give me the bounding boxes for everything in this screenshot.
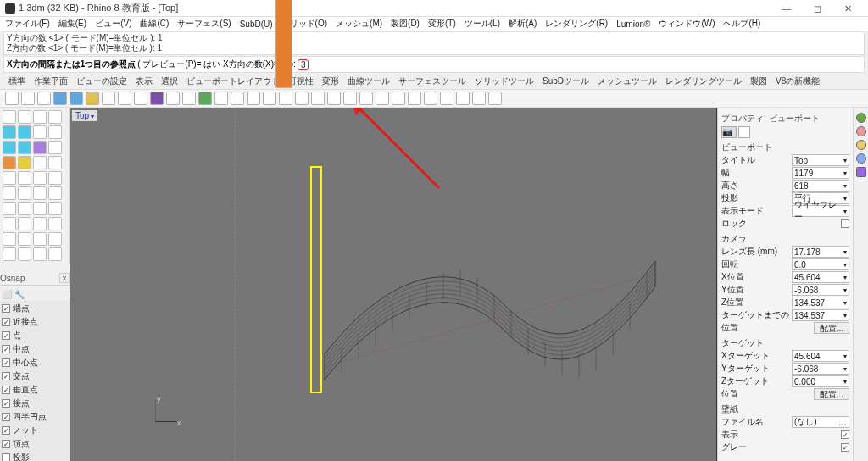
viewport-label[interactable]: Top▾ [72, 110, 97, 121]
osnap-checkbox[interactable] [2, 453, 10, 461]
toolbar-button[interactable] [392, 92, 405, 105]
tool-tabs[interactable]: 標準作業平面ビューの設定表示選択ビューポートレイアウト可視性変形曲線ツールサーフ… [0, 74, 868, 89]
tool-button[interactable] [48, 125, 62, 139]
osnap-checkbox[interactable]: ✓ [2, 386, 10, 394]
osnap-checkbox[interactable]: ✓ [2, 426, 10, 435]
tab[interactable]: 可視性 [285, 75, 317, 88]
menu-item[interactable]: Lumion® [616, 19, 650, 29]
toolbar-button[interactable] [53, 92, 67, 105]
tgt-prop[interactable]: 45.604▾ [792, 350, 849, 362]
tool-button[interactable] [18, 125, 31, 139]
menu-item[interactable]: ツール(L) [465, 18, 500, 30]
toolbar-button[interactable] [118, 92, 131, 105]
tool-button[interactable] [18, 171, 31, 185]
tool-button[interactable] [3, 141, 16, 154]
material-icon[interactable] [738, 126, 750, 138]
right-sidebar[interactable] [853, 108, 868, 461]
tool-button[interactable] [3, 110, 16, 124]
tool-button[interactable] [48, 171, 62, 185]
position-button[interactable]: 配置... [814, 322, 849, 334]
toolbar-button[interactable] [134, 92, 147, 105]
toolbar-button[interactable] [70, 92, 83, 105]
menu-item[interactable]: ファイル(F) [5, 18, 50, 30]
menu-item[interactable]: ソリッド(O) [281, 18, 327, 30]
toolbar-button[interactable] [166, 92, 180, 105]
close-button[interactable]: ✕ [832, 1, 863, 16]
menu-item[interactable]: 解析(A) [509, 18, 537, 30]
toolbar-button[interactable] [408, 92, 421, 105]
toolbar-button[interactable] [214, 92, 228, 105]
toolbar-button[interactable] [263, 92, 276, 105]
tool-button[interactable] [18, 232, 31, 246]
cam-prop[interactable]: 0.0▾ [792, 258, 849, 270]
tool-button[interactable] [48, 110, 62, 124]
toolbar-button[interactable] [86, 92, 99, 105]
tool-button[interactable] [3, 125, 16, 139]
tab[interactable]: SubDツール [539, 75, 593, 88]
tool-button[interactable] [18, 202, 31, 215]
tool-button[interactable] [18, 217, 31, 230]
library-icon[interactable] [856, 153, 866, 164]
maximize-button[interactable]: ◻ [802, 1, 832, 16]
lock-checkbox[interactable] [841, 219, 849, 228]
osnap-close[interactable]: x [59, 273, 70, 283]
menu-item[interactable]: ビュー(V) [95, 18, 131, 30]
menu-item[interactable]: 変形(T) [428, 18, 456, 30]
toolbar-button[interactable] [311, 92, 325, 105]
gray-checkbox[interactable]: ✓ [841, 443, 849, 452]
toolbar-button[interactable] [247, 92, 260, 105]
tool-button[interactable] [33, 156, 47, 169]
tool-button[interactable] [33, 171, 47, 185]
menu-item[interactable]: 編集(E) [58, 18, 86, 30]
vp-prop[interactable]: ワイヤフレー▾ [792, 205, 849, 217]
cam-prop[interactable]: 134.537▾ [792, 309, 849, 321]
toolbar-button[interactable] [424, 92, 437, 105]
tool-button[interactable] [48, 247, 62, 261]
tab[interactable]: レンダリングツール [662, 75, 745, 88]
minimize-button[interactable]: — [771, 1, 802, 16]
tool-button[interactable] [48, 217, 62, 230]
toolbar-button[interactable] [182, 92, 196, 105]
toolbar-button[interactable] [359, 92, 373, 105]
tool-button[interactable] [48, 202, 62, 215]
cam-prop[interactable]: 45.604▾ [792, 271, 849, 283]
menu-item[interactable]: 製図(D) [391, 18, 420, 30]
tab[interactable]: 曲線ツール [344, 75, 393, 88]
vp-prop[interactable]: Top▾ [792, 154, 849, 166]
tab[interactable]: ビューポートレイアウト [183, 75, 283, 88]
tool-button[interactable] [18, 141, 31, 154]
tool-button[interactable] [3, 171, 16, 185]
menu-item[interactable]: レンダリング(R) [545, 18, 608, 30]
osnap-checkbox[interactable]: ✓ [2, 413, 10, 421]
tool-button[interactable] [18, 110, 31, 124]
toolbar-button[interactable] [343, 92, 357, 105]
tab[interactable]: 選択 [158, 75, 181, 88]
toolbar-button[interactable] [440, 92, 453, 105]
camera-icon[interactable]: 📷 [721, 126, 737, 138]
tab[interactable]: サーフェスツール [395, 75, 470, 88]
toolbar-button[interactable] [295, 92, 309, 105]
tool-button[interactable] [3, 156, 16, 169]
tab[interactable]: V8の新機能 [772, 75, 823, 88]
toolbar-button[interactable] [231, 92, 244, 105]
tool-button[interactable] [33, 232, 47, 246]
render-icon[interactable] [856, 113, 866, 123]
tool-button[interactable] [3, 232, 16, 246]
help-icon[interactable] [856, 167, 866, 177]
main-toolbar[interactable] [0, 89, 868, 108]
toolbar-button[interactable] [21, 92, 35, 105]
tool-button[interactable] [33, 110, 47, 124]
cam-prop[interactable]: 17.178▾ [792, 246, 849, 258]
tab[interactable]: ビューの設定 [73, 75, 131, 88]
properties-panel[interactable]: プロパティ: ビューポート 📷 ビューポート タイトルTop▾幅1179▾高さ6… [717, 108, 853, 461]
tool-button[interactable] [33, 217, 47, 230]
toolbar-button[interactable] [150, 92, 164, 105]
osnap-checkbox[interactable]: ✓ [2, 304, 10, 313]
menu-item[interactable]: ヘルプ(H) [723, 18, 760, 30]
tool-button[interactable] [33, 247, 47, 261]
tool-button[interactable] [3, 247, 16, 261]
cam-prop[interactable]: 134.537▾ [792, 297, 849, 308]
tool-button[interactable] [33, 186, 47, 200]
osnap-checkbox[interactable]: ✓ [2, 440, 10, 448]
tool-button[interactable] [33, 202, 47, 215]
